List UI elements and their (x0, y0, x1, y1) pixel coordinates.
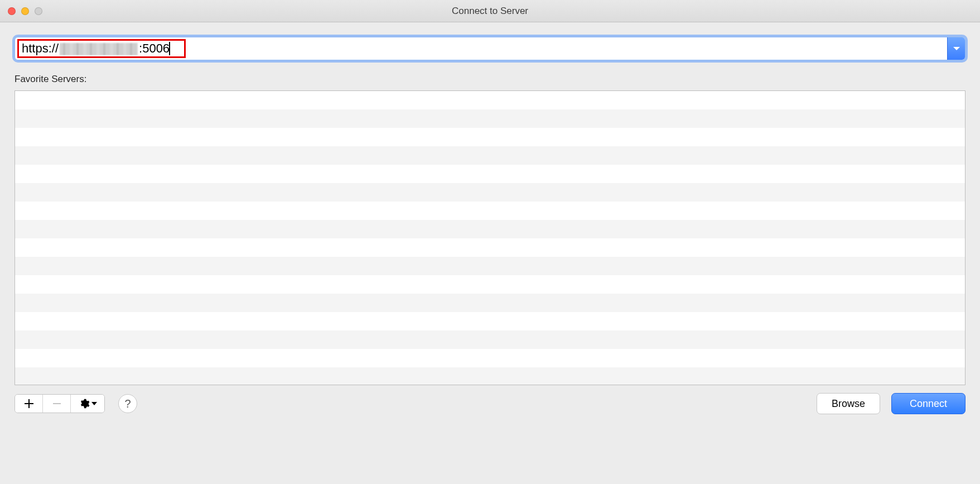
action-menu-button[interactable] (71, 395, 104, 413)
list-item[interactable] (15, 165, 965, 183)
chevron-down-icon (91, 401, 97, 406)
zoom-window-button (35, 7, 42, 15)
list-item[interactable] (15, 294, 965, 312)
address-history-dropdown-button[interactable] (947, 37, 965, 60)
list-item[interactable] (15, 128, 965, 146)
remove-favorite-button (43, 395, 71, 413)
minus-icon (52, 399, 62, 409)
list-item[interactable] (15, 330, 965, 349)
bottom-toolbar: ? Browse Connect (15, 393, 965, 414)
traffic-lights (8, 7, 42, 15)
svg-rect-2 (53, 403, 61, 404)
address-protocol: https:// (22, 41, 59, 55)
list-item[interactable] (15, 183, 965, 202)
list-item[interactable] (15, 91, 965, 109)
svg-rect-1 (25, 403, 33, 404)
list-item[interactable] (15, 349, 965, 367)
server-address-combobox[interactable]: https://:5006 (15, 37, 965, 60)
connect-button[interactable]: Connect (891, 393, 965, 414)
title-bar: Connect to Server (0, 0, 980, 22)
window-title: Connect to Server (0, 6, 980, 17)
server-address-input-wrap[interactable]: https://:5006 (15, 37, 947, 60)
favorite-servers-list[interactable] (15, 90, 965, 385)
question-mark-icon: ? (124, 397, 131, 410)
list-item[interactable] (15, 367, 965, 385)
list-item[interactable] (15, 312, 965, 330)
add-favorite-button[interactable] (15, 395, 43, 413)
address-obscured-host (60, 43, 138, 55)
browse-button[interactable]: Browse (817, 393, 880, 414)
list-item[interactable] (15, 109, 965, 128)
chevron-down-icon (953, 46, 960, 51)
favorite-servers-label: Favorite Servers: (15, 74, 965, 85)
list-item[interactable] (15, 220, 965, 238)
close-window-button[interactable] (8, 7, 16, 15)
list-edit-button-group (15, 394, 105, 413)
minimize-window-button[interactable] (21, 7, 29, 15)
list-item[interactable] (15, 202, 965, 220)
list-item[interactable] (15, 257, 965, 275)
address-port: :5006 (139, 41, 170, 55)
gear-icon (79, 398, 90, 409)
list-item[interactable] (15, 275, 965, 294)
plus-icon (24, 399, 34, 409)
content-area: https://:5006 Favorite Servers: (0, 22, 980, 429)
list-item[interactable] (15, 238, 965, 257)
address-text: https://:5006 (18, 41, 170, 56)
list-item[interactable] (15, 146, 965, 165)
help-button[interactable]: ? (118, 394, 137, 413)
server-address-input[interactable] (170, 37, 944, 60)
